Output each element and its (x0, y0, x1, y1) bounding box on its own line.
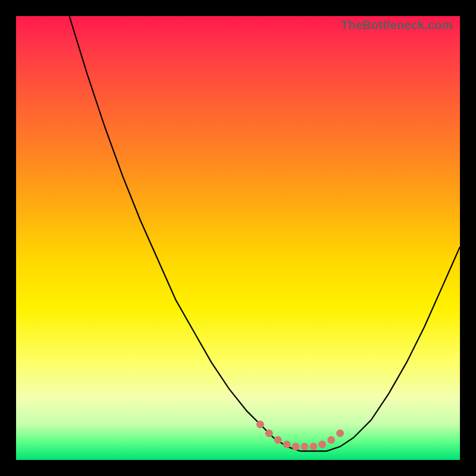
marker-group (256, 421, 343, 450)
marker-point (301, 443, 308, 450)
bottleneck-curve (16, 16, 460, 451)
marker-point (319, 441, 326, 448)
chart-frame: TheBottleneck.com (0, 0, 476, 476)
marker-point (265, 430, 273, 437)
marker-point (310, 443, 317, 450)
marker-point (328, 436, 335, 443)
marker-point (283, 441, 290, 448)
plot-area: TheBottleneck.com (16, 16, 460, 460)
marker-point (337, 430, 344, 437)
chart-overlay (16, 16, 460, 460)
marker-point (256, 421, 264, 428)
marker-point (274, 436, 281, 443)
marker-point (292, 443, 299, 450)
